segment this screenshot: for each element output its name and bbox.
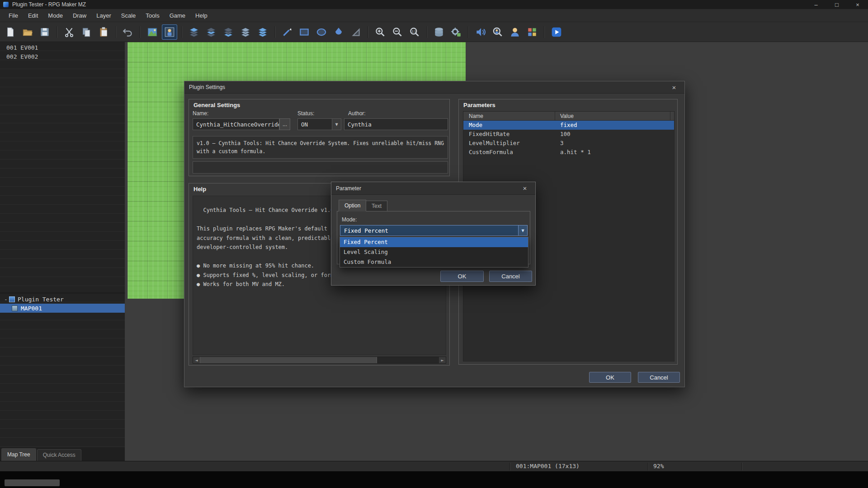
undo-button[interactable] xyxy=(120,24,136,40)
menu-tools[interactable]: Tools xyxy=(141,10,164,21)
maximize-button[interactable]: □ xyxy=(826,0,847,9)
menu-help[interactable]: Help xyxy=(190,10,212,21)
event-searcher-button[interactable] xyxy=(490,24,505,40)
parameter-ok-button[interactable]: OK xyxy=(440,271,484,282)
new-project-button[interactable] xyxy=(3,24,18,40)
plugin-description-box: v1.0 — Cynthia Tools: Hit Chance Overrid… xyxy=(193,136,448,159)
new-project-icon xyxy=(5,26,16,38)
database-button[interactable] xyxy=(431,24,447,40)
scrollbar-thumb[interactable] xyxy=(200,357,377,363)
save-project-button[interactable] xyxy=(37,24,52,40)
bottom-pill xyxy=(5,479,60,486)
status-combo[interactable]: ON ▼ xyxy=(297,118,341,130)
maximize-icon: □ xyxy=(835,1,839,8)
sound-test-icon xyxy=(475,26,486,38)
event-mode-button[interactable] xyxy=(162,24,177,40)
statusbar-map-info: 001:MAP001 (17x13) xyxy=(516,463,580,469)
statusbar-separator xyxy=(741,463,742,470)
mode-dropdown-list: Fixed Percent Level Scaling Custom Formu… xyxy=(340,237,528,267)
zoom-actual-icon: 1:1 xyxy=(409,26,420,38)
map-tree-item-map001[interactable]: MAP001 xyxy=(0,304,125,313)
copy-button[interactable] xyxy=(79,24,94,40)
statusbar-zoom: 92% xyxy=(653,463,664,469)
layer-2-button[interactable] xyxy=(203,24,219,40)
zoom-in-button[interactable] xyxy=(373,24,388,40)
mode-combo-value: Fixed Percent xyxy=(344,227,388,234)
help-horizontal-scrollbar[interactable]: ◄ ► xyxy=(193,357,446,364)
ellipse-tool-button[interactable] xyxy=(314,24,329,40)
character-generator-button[interactable] xyxy=(507,24,523,40)
scroll-left-icon[interactable]: ◄ xyxy=(193,357,200,363)
author-input[interactable]: Cynthia xyxy=(344,118,448,130)
menu-layer[interactable]: Layer xyxy=(91,10,116,21)
browse-plugin-button[interactable]: ... xyxy=(279,118,290,130)
parameter-dialog-close-button[interactable]: × xyxy=(519,184,531,192)
scrollbar-track[interactable] xyxy=(377,357,439,363)
parameter-cancel-button[interactable]: Cancel xyxy=(489,271,532,282)
layer-1-button[interactable] xyxy=(186,24,202,40)
open-project-button[interactable] xyxy=(20,24,35,40)
menu-game[interactable]: Game xyxy=(165,10,190,21)
tree-collapse-icon[interactable]: - xyxy=(3,296,9,303)
dropdown-option-custom-formula[interactable]: Custom Formula xyxy=(340,257,528,267)
menu-file[interactable]: File xyxy=(4,10,23,21)
layer-4-button[interactable] xyxy=(238,24,253,40)
menu-draw[interactable]: Draw xyxy=(68,10,91,21)
mode-label: Mode: xyxy=(342,216,357,223)
table-row[interactable]: CustomFormula a.hit * 1 xyxy=(463,148,674,157)
menu-edit[interactable]: Edit xyxy=(23,10,43,21)
map-tree: - Plugin Tester MAP001 xyxy=(0,293,125,447)
menu-mode[interactable]: Mode xyxy=(43,10,68,21)
flood-fill-button[interactable] xyxy=(331,24,346,40)
zoom-out-icon xyxy=(392,26,403,38)
map-mode-button[interactable] xyxy=(145,24,160,40)
tab-text[interactable]: Text xyxy=(366,201,387,211)
sound-test-button[interactable] xyxy=(473,24,488,40)
rectangle-tool-button[interactable] xyxy=(297,24,312,40)
param-name: FixedHitRate xyxy=(463,130,555,139)
playtest-icon xyxy=(551,26,562,38)
chevron-down-icon[interactable]: ▼ xyxy=(518,225,527,235)
zoom-out-button[interactable] xyxy=(390,24,405,40)
pen-tool-button[interactable] xyxy=(279,24,295,40)
shadow-pen-button[interactable] xyxy=(348,24,363,40)
plugin-name-input[interactable]: Cynthia_HitChanceOverride xyxy=(193,118,279,130)
minimize-button[interactable]: – xyxy=(806,0,826,9)
parameters-group-title: Parameters xyxy=(463,102,495,108)
minimize-icon: – xyxy=(814,1,817,8)
zoom-actual-button[interactable]: 1:1 xyxy=(407,24,422,40)
tab-map-tree[interactable]: Map Tree xyxy=(1,448,36,461)
cut-button[interactable] xyxy=(61,24,77,40)
map-file-icon xyxy=(12,305,18,311)
toolbar: 1:1 xyxy=(0,22,868,42)
dropdown-option-level-scaling[interactable]: Level Scaling xyxy=(340,247,528,257)
plugin-settings-ok-button[interactable]: OK xyxy=(589,372,631,383)
layer-all-button[interactable] xyxy=(255,24,270,40)
plugin-settings-close-button[interactable]: × xyxy=(668,84,680,91)
paste-button[interactable] xyxy=(96,24,111,40)
dropdown-option-fixed-percent[interactable]: Fixed Percent xyxy=(340,237,528,247)
tab-quick-access[interactable]: Quick Access xyxy=(37,449,81,461)
scroll-right-icon[interactable]: ► xyxy=(439,357,446,363)
chevron-down-icon[interactable]: ▼ xyxy=(332,119,341,130)
close-button[interactable]: × xyxy=(847,0,868,9)
table-row[interactable]: FixedHitRate 100 xyxy=(463,130,674,139)
pen-tool-icon xyxy=(281,26,293,38)
map-tree-root[interactable]: - Plugin Tester xyxy=(0,295,125,304)
resource-manager-button[interactable] xyxy=(524,24,540,40)
plugin-manager-button[interactable] xyxy=(448,24,464,40)
plugin-settings-cancel-button[interactable]: Cancel xyxy=(638,372,680,383)
menu-scale[interactable]: Scale xyxy=(116,10,141,21)
event-list-item[interactable]: 001 EV001 xyxy=(0,43,125,52)
table-row[interactable]: Mode fixed xyxy=(463,121,674,130)
table-row[interactable]: LevelMultiplier 3 xyxy=(463,139,674,148)
window-titlebar: Plugin Tester - RPG Maker MZ – □ × xyxy=(0,0,868,9)
event-list-item[interactable]: 002 EV002 xyxy=(0,52,125,61)
app-icon xyxy=(3,2,9,7)
playtest-button[interactable] xyxy=(549,24,564,40)
tab-option[interactable]: Option xyxy=(339,200,366,211)
rectangle-tool-icon xyxy=(298,26,310,38)
layer-3-button[interactable] xyxy=(221,24,236,40)
mode-combo[interactable]: Fixed Percent ▼ xyxy=(340,225,528,236)
toolbar-separator xyxy=(115,26,116,38)
